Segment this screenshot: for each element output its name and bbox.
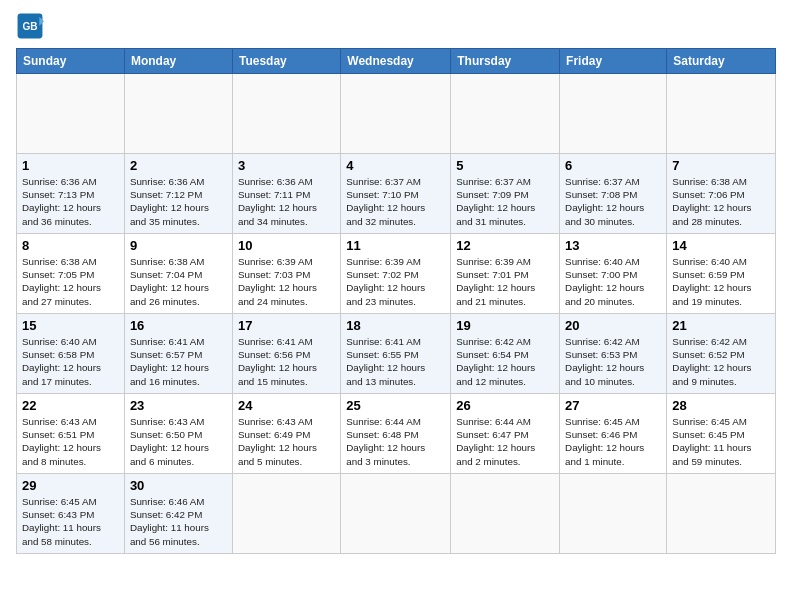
day-content: Sunrise: 6:43 AMSunset: 6:49 PMDaylight:… [238, 415, 335, 468]
day-number: 23 [130, 398, 227, 413]
calendar-cell: 14Sunrise: 6:40 AMSunset: 6:59 PMDayligh… [667, 234, 776, 314]
calendar-cell: 19Sunrise: 6:42 AMSunset: 6:54 PMDayligh… [451, 314, 560, 394]
calendar-cell [232, 74, 340, 154]
day-content: Sunrise: 6:41 AMSunset: 6:56 PMDaylight:… [238, 335, 335, 388]
page-container: GB SundayMondayTuesdayWednesdayThursdayF… [0, 0, 792, 562]
week-row-6: 29Sunrise: 6:45 AMSunset: 6:43 PMDayligh… [17, 474, 776, 554]
day-number: 10 [238, 238, 335, 253]
calendar-cell [341, 474, 451, 554]
calendar-cell: 15Sunrise: 6:40 AMSunset: 6:58 PMDayligh… [17, 314, 125, 394]
calendar-cell: 4Sunrise: 6:37 AMSunset: 7:10 PMDaylight… [341, 154, 451, 234]
day-of-week-monday: Monday [124, 49, 232, 74]
calendar-cell: 20Sunrise: 6:42 AMSunset: 6:53 PMDayligh… [560, 314, 667, 394]
svg-text:GB: GB [22, 21, 37, 32]
calendar-cell [451, 474, 560, 554]
calendar-cell: 24Sunrise: 6:43 AMSunset: 6:49 PMDayligh… [232, 394, 340, 474]
day-number: 20 [565, 318, 661, 333]
calendar-cell: 23Sunrise: 6:43 AMSunset: 6:50 PMDayligh… [124, 394, 232, 474]
calendar-cell [667, 474, 776, 554]
logo-icon: GB [16, 12, 44, 40]
calendar-cell: 29Sunrise: 6:45 AMSunset: 6:43 PMDayligh… [17, 474, 125, 554]
day-of-week-tuesday: Tuesday [232, 49, 340, 74]
day-content: Sunrise: 6:45 AMSunset: 6:43 PMDaylight:… [22, 495, 119, 548]
day-content: Sunrise: 6:37 AMSunset: 7:10 PMDaylight:… [346, 175, 445, 228]
day-number: 11 [346, 238, 445, 253]
day-content: Sunrise: 6:40 AMSunset: 6:58 PMDaylight:… [22, 335, 119, 388]
calendar-cell: 3Sunrise: 6:36 AMSunset: 7:11 PMDaylight… [232, 154, 340, 234]
day-number: 17 [238, 318, 335, 333]
calendar-cell: 28Sunrise: 6:45 AMSunset: 6:45 PMDayligh… [667, 394, 776, 474]
day-number: 26 [456, 398, 554, 413]
day-content: Sunrise: 6:39 AMSunset: 7:01 PMDaylight:… [456, 255, 554, 308]
day-content: Sunrise: 6:42 AMSunset: 6:54 PMDaylight:… [456, 335, 554, 388]
calendar-cell [560, 474, 667, 554]
day-number: 8 [22, 238, 119, 253]
day-of-week-sunday: Sunday [17, 49, 125, 74]
calendar-cell [667, 74, 776, 154]
day-content: Sunrise: 6:41 AMSunset: 6:55 PMDaylight:… [346, 335, 445, 388]
day-number: 24 [238, 398, 335, 413]
calendar-cell: 1Sunrise: 6:36 AMSunset: 7:13 PMDaylight… [17, 154, 125, 234]
day-number: 15 [22, 318, 119, 333]
calendar-cell: 17Sunrise: 6:41 AMSunset: 6:56 PMDayligh… [232, 314, 340, 394]
day-content: Sunrise: 6:38 AMSunset: 7:04 PMDaylight:… [130, 255, 227, 308]
header: GB [16, 12, 776, 40]
week-row-5: 22Sunrise: 6:43 AMSunset: 6:51 PMDayligh… [17, 394, 776, 474]
day-content: Sunrise: 6:36 AMSunset: 7:13 PMDaylight:… [22, 175, 119, 228]
day-content: Sunrise: 6:40 AMSunset: 7:00 PMDaylight:… [565, 255, 661, 308]
day-content: Sunrise: 6:38 AMSunset: 7:05 PMDaylight:… [22, 255, 119, 308]
day-number: 7 [672, 158, 770, 173]
day-number: 12 [456, 238, 554, 253]
day-content: Sunrise: 6:43 AMSunset: 6:50 PMDaylight:… [130, 415, 227, 468]
day-number: 27 [565, 398, 661, 413]
calendar-cell: 13Sunrise: 6:40 AMSunset: 7:00 PMDayligh… [560, 234, 667, 314]
calendar-cell: 11Sunrise: 6:39 AMSunset: 7:02 PMDayligh… [341, 234, 451, 314]
calendar-cell: 5Sunrise: 6:37 AMSunset: 7:09 PMDaylight… [451, 154, 560, 234]
day-content: Sunrise: 6:36 AMSunset: 7:12 PMDaylight:… [130, 175, 227, 228]
calendar-cell: 30Sunrise: 6:46 AMSunset: 6:42 PMDayligh… [124, 474, 232, 554]
day-content: Sunrise: 6:39 AMSunset: 7:03 PMDaylight:… [238, 255, 335, 308]
day-number: 28 [672, 398, 770, 413]
day-content: Sunrise: 6:38 AMSunset: 7:06 PMDaylight:… [672, 175, 770, 228]
calendar-cell [341, 74, 451, 154]
day-of-week-thursday: Thursday [451, 49, 560, 74]
day-of-week-wednesday: Wednesday [341, 49, 451, 74]
calendar-cell [124, 74, 232, 154]
calendar-table: SundayMondayTuesdayWednesdayThursdayFrid… [16, 48, 776, 554]
day-content: Sunrise: 6:44 AMSunset: 6:48 PMDaylight:… [346, 415, 445, 468]
day-content: Sunrise: 6:45 AMSunset: 6:46 PMDaylight:… [565, 415, 661, 468]
logo: GB [16, 12, 48, 40]
day-content: Sunrise: 6:46 AMSunset: 6:42 PMDaylight:… [130, 495, 227, 548]
calendar-cell: 2Sunrise: 6:36 AMSunset: 7:12 PMDaylight… [124, 154, 232, 234]
day-content: Sunrise: 6:37 AMSunset: 7:08 PMDaylight:… [565, 175, 661, 228]
calendar-cell: 6Sunrise: 6:37 AMSunset: 7:08 PMDaylight… [560, 154, 667, 234]
calendar-cell: 25Sunrise: 6:44 AMSunset: 6:48 PMDayligh… [341, 394, 451, 474]
day-content: Sunrise: 6:45 AMSunset: 6:45 PMDaylight:… [672, 415, 770, 468]
day-content: Sunrise: 6:44 AMSunset: 6:47 PMDaylight:… [456, 415, 554, 468]
week-row-3: 8Sunrise: 6:38 AMSunset: 7:05 PMDaylight… [17, 234, 776, 314]
calendar-cell: 12Sunrise: 6:39 AMSunset: 7:01 PMDayligh… [451, 234, 560, 314]
day-number: 19 [456, 318, 554, 333]
day-content: Sunrise: 6:42 AMSunset: 6:52 PMDaylight:… [672, 335, 770, 388]
day-number: 14 [672, 238, 770, 253]
day-number: 13 [565, 238, 661, 253]
day-of-week-friday: Friday [560, 49, 667, 74]
day-content: Sunrise: 6:41 AMSunset: 6:57 PMDaylight:… [130, 335, 227, 388]
day-number: 22 [22, 398, 119, 413]
day-number: 16 [130, 318, 227, 333]
day-of-week-saturday: Saturday [667, 49, 776, 74]
day-number: 30 [130, 478, 227, 493]
day-number: 21 [672, 318, 770, 333]
calendar-cell: 9Sunrise: 6:38 AMSunset: 7:04 PMDaylight… [124, 234, 232, 314]
calendar-cell: 27Sunrise: 6:45 AMSunset: 6:46 PMDayligh… [560, 394, 667, 474]
day-content: Sunrise: 6:36 AMSunset: 7:11 PMDaylight:… [238, 175, 335, 228]
day-number: 29 [22, 478, 119, 493]
day-number: 9 [130, 238, 227, 253]
calendar-cell: 7Sunrise: 6:38 AMSunset: 7:06 PMDaylight… [667, 154, 776, 234]
week-row-4: 15Sunrise: 6:40 AMSunset: 6:58 PMDayligh… [17, 314, 776, 394]
calendar-cell [232, 474, 340, 554]
day-content: Sunrise: 6:40 AMSunset: 6:59 PMDaylight:… [672, 255, 770, 308]
calendar-cell: 10Sunrise: 6:39 AMSunset: 7:03 PMDayligh… [232, 234, 340, 314]
calendar-cell: 22Sunrise: 6:43 AMSunset: 6:51 PMDayligh… [17, 394, 125, 474]
calendar-cell: 18Sunrise: 6:41 AMSunset: 6:55 PMDayligh… [341, 314, 451, 394]
